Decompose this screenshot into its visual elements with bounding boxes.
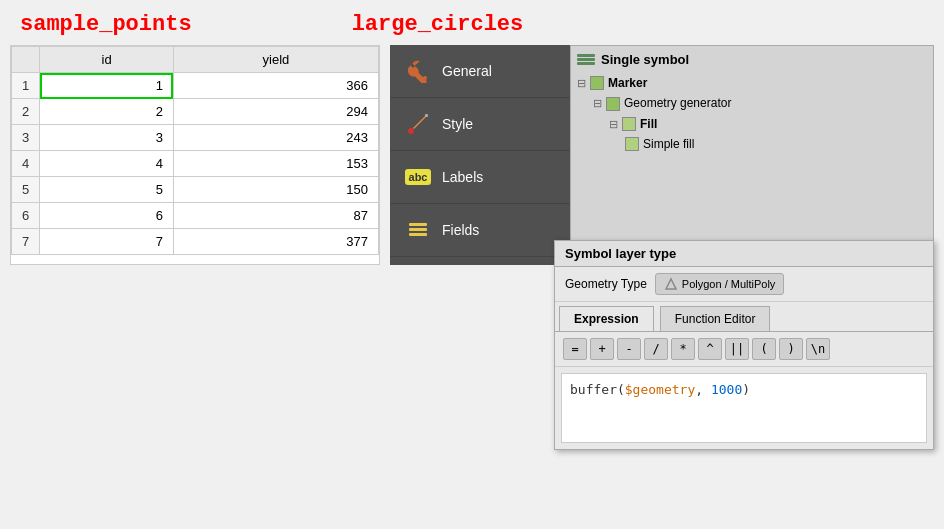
id-cell: 7 <box>40 229 174 255</box>
id-cell: 1 <box>40 73 174 99</box>
sidebar-item-general[interactable]: General <box>390 45 570 98</box>
yield-cell: 87 <box>173 203 378 229</box>
sidebar-item-fields[interactable]: Fields <box>390 204 570 257</box>
table-row: 11366 <box>12 73 379 99</box>
right-title: large_circles <box>352 12 524 37</box>
table-container: id yield 1136622294332434415355150668777… <box>10 45 380 265</box>
right-panel: General Style abc Labels <box>390 45 934 265</box>
open-paren-btn[interactable]: ( <box>752 338 776 360</box>
general-label: General <box>442 63 492 79</box>
plus-btn[interactable]: + <box>590 338 614 360</box>
yield-cell: 243 <box>173 125 378 151</box>
symbol-panel: Single symbol ⊟ Marker ⊟ Geometry genera… <box>570 45 934 265</box>
marker-label: Marker <box>608 73 647 93</box>
fields-label: Fields <box>442 222 479 238</box>
geometry-type-btn[interactable]: Polygon / MultiPoly <box>655 273 785 295</box>
expr-var: $geometry <box>625 382 695 397</box>
yield-cell: 150 <box>173 177 378 203</box>
tree-simple-fill[interactable]: Simple fill <box>577 134 927 154</box>
geometry-type-row: Geometry Type Polygon / MultiPoly <box>555 267 933 302</box>
table-row: 6687 <box>12 203 379 229</box>
yield-header: yield <box>173 47 378 73</box>
yield-cell: 366 <box>173 73 378 99</box>
titles-row: sample_points large_circles <box>0 0 944 45</box>
tab-function-editor[interactable]: Function Editor <box>660 306 771 331</box>
yield-cell: 153 <box>173 151 378 177</box>
expr-num: 1000 <box>711 382 742 397</box>
geom-gen-color-box <box>606 97 620 111</box>
tree-geometry-generator[interactable]: ⊟ Geometry generator <box>577 93 927 113</box>
slt-title: Symbol layer type <box>555 241 933 267</box>
or-btn[interactable]: || <box>725 338 749 360</box>
simple-fill-color-box <box>625 137 639 151</box>
main-content: id yield 1136622294332434415355150668777… <box>0 45 944 265</box>
tabs-row: Expression Function Editor <box>555 302 933 332</box>
id-cell: 4 <box>40 151 174 177</box>
fill-label: Fill <box>640 114 657 134</box>
labels-label: Labels <box>442 169 483 185</box>
table-row: 55150 <box>12 177 379 203</box>
id-cell: 2 <box>40 99 174 125</box>
geometry-generator-label: Geometry generator <box>624 93 731 113</box>
wrench-icon <box>404 57 432 85</box>
row-number: 7 <box>12 229 40 255</box>
newline-btn[interactable]: \n <box>806 338 830 360</box>
expression-area[interactable]: buffer($geometry, 1000) <box>561 373 927 443</box>
close-paren-btn[interactable]: ) <box>779 338 803 360</box>
row-num-header <box>12 47 40 73</box>
single-symbol-icon <box>577 54 595 65</box>
id-cell: 3 <box>40 125 174 151</box>
caret-btn[interactable]: ^ <box>698 338 722 360</box>
table-row: 33243 <box>12 125 379 151</box>
row-number: 4 <box>12 151 40 177</box>
divide-btn[interactable]: / <box>644 338 668 360</box>
symbol-tree: ⊟ Marker ⊟ Geometry generator ⊟ Fill <box>577 73 927 155</box>
symbol-layer-panel: Symbol layer type Geometry Type Polygon … <box>554 240 934 450</box>
minus-btn[interactable]: - <box>617 338 641 360</box>
row-number: 3 <box>12 125 40 151</box>
left-title: sample_points <box>20 12 192 37</box>
svg-marker-3 <box>666 279 676 289</box>
table-row: 44153 <box>12 151 379 177</box>
sidebar-item-style[interactable]: Style <box>390 98 570 151</box>
table-row: 77377 <box>12 229 379 255</box>
expr-func: buffer( <box>570 382 625 397</box>
yield-cell: 294 <box>173 99 378 125</box>
data-table: id yield 1136622294332434415355150668777… <box>11 46 379 255</box>
svg-point-1 <box>408 128 414 134</box>
svg-point-0 <box>423 76 427 80</box>
id-header: id <box>40 47 174 73</box>
abc-icon: abc <box>404 163 432 191</box>
paintbrush-icon <box>404 110 432 138</box>
id-cell: 6 <box>40 203 174 229</box>
expr-close: ) <box>742 382 750 397</box>
row-number: 5 <box>12 177 40 203</box>
tree-marker[interactable]: ⊟ Marker <box>577 73 927 93</box>
panel-row: General Style abc Labels <box>390 45 934 265</box>
fill-color-box <box>622 117 636 131</box>
table-row: 22294 <box>12 99 379 125</box>
geometry-type-value: Polygon / MultiPoly <box>682 278 776 290</box>
expr-toolbar: = + - / * ^ || ( ) \n <box>555 332 933 367</box>
single-symbol-label: Single symbol <box>601 52 689 67</box>
row-number: 2 <box>12 99 40 125</box>
row-number: 6 <box>12 203 40 229</box>
sidebar-menu: General Style abc Labels <box>390 45 570 265</box>
expr-comma: , <box>695 382 711 397</box>
tree-fill[interactable]: ⊟ Fill <box>577 114 927 134</box>
yield-cell: 377 <box>173 229 378 255</box>
multiply-btn[interactable]: * <box>671 338 695 360</box>
svg-rect-2 <box>425 114 428 117</box>
style-label: Style <box>442 116 473 132</box>
tab-expression[interactable]: Expression <box>559 306 654 331</box>
geometry-type-label: Geometry Type <box>565 277 647 291</box>
fields-icon <box>404 216 432 244</box>
marker-color-box <box>590 76 604 90</box>
row-number: 1 <box>12 73 40 99</box>
symbol-header: Single symbol <box>577 52 927 67</box>
simple-fill-label: Simple fill <box>643 134 694 154</box>
equals-btn[interactable]: = <box>563 338 587 360</box>
id-cell: 5 <box>40 177 174 203</box>
sidebar-item-labels[interactable]: abc Labels <box>390 151 570 204</box>
